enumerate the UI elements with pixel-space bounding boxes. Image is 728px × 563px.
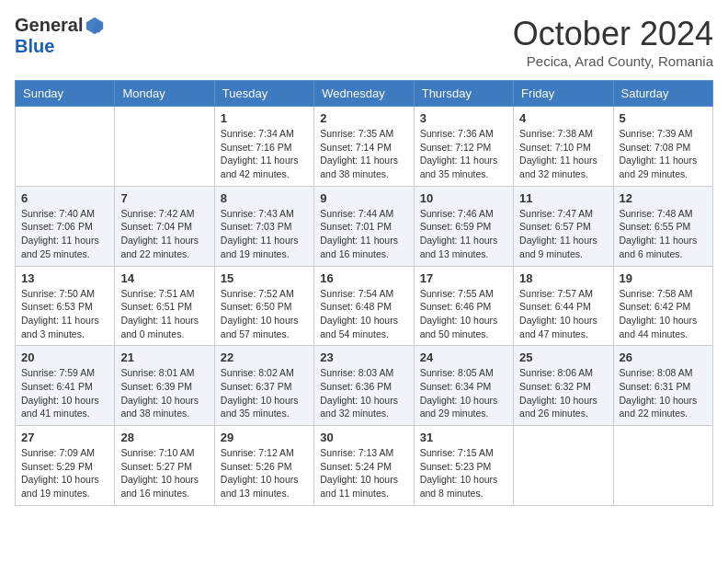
day-number: 8 [221,191,308,205]
day-number: 4 [519,111,607,125]
calendar-week-4: 20Sunrise: 7:59 AMSunset: 6:41 PMDayligh… [16,346,713,426]
day-info: Sunrise: 8:08 AMSunset: 6:31 PMDaylight:… [620,366,707,420]
calendar-cell: 3Sunrise: 7:36 AMSunset: 7:12 PMDaylight… [414,107,513,187]
calendar-cell: 17Sunrise: 7:55 AMSunset: 6:46 PMDayligh… [414,266,513,346]
day-info: Sunrise: 7:36 AMSunset: 7:12 PMDaylight:… [420,127,507,181]
calendar-cell: 30Sunrise: 7:13 AMSunset: 5:24 PMDayligh… [314,426,414,506]
day-number: 20 [21,350,108,364]
day-info: Sunrise: 7:39 AMSunset: 7:08 PMDaylight:… [620,127,707,181]
calendar-week-5: 27Sunrise: 7:09 AMSunset: 5:29 PMDayligh… [16,426,713,506]
day-number: 7 [120,191,208,205]
calendar-cell: 7Sunrise: 7:42 AMSunset: 7:04 PMDaylight… [115,186,214,266]
day-info: Sunrise: 7:44 AMSunset: 7:01 PMDaylight:… [320,207,407,261]
day-number: 11 [519,191,607,205]
day-info: Sunrise: 8:05 AMSunset: 6:34 PMDaylight:… [420,366,507,420]
day-info: Sunrise: 7:57 AMSunset: 6:44 PMDaylight:… [519,287,607,341]
logo-blue: Blue [15,36,54,57]
day-info: Sunrise: 7:38 AMSunset: 7:10 PMDaylight:… [519,127,607,181]
day-info: Sunrise: 7:58 AMSunset: 6:42 PMDaylight:… [620,287,707,341]
calendar-cell: 25Sunrise: 8:06 AMSunset: 6:32 PMDayligh… [514,346,613,426]
calendar-cell: 23Sunrise: 8:03 AMSunset: 6:36 PMDayligh… [314,346,414,426]
day-header-tuesday: Tuesday [214,81,313,107]
calendar-header: SundayMondayTuesdayWednesdayThursdayFrid… [16,81,713,107]
day-header-thursday: Thursday [414,81,513,107]
day-number: 24 [420,350,507,364]
month-title: October 2024 [513,15,713,53]
day-number: 13 [21,271,108,285]
day-number: 3 [420,111,507,125]
day-info: Sunrise: 7:52 AMSunset: 6:50 PMDaylight:… [221,287,308,341]
day-header-wednesday: Wednesday [314,81,414,107]
day-number: 31 [420,431,507,444]
day-info: Sunrise: 7:40 AMSunset: 7:06 PMDaylight:… [21,207,108,261]
day-info: Sunrise: 7:34 AMSunset: 7:16 PMDaylight:… [221,127,308,181]
day-number: 17 [420,271,507,285]
day-number: 5 [620,111,707,125]
day-info: Sunrise: 7:51 AMSunset: 6:51 PMDaylight:… [120,287,208,341]
day-number: 22 [221,350,308,364]
calendar-cell: 13Sunrise: 7:50 AMSunset: 6:53 PMDayligh… [16,266,115,346]
calendar-cell: 15Sunrise: 7:52 AMSunset: 6:50 PMDayligh… [214,266,313,346]
calendar-cell: 28Sunrise: 7:10 AMSunset: 5:27 PMDayligh… [115,426,214,506]
day-number: 9 [320,191,407,205]
day-number: 23 [320,350,407,364]
day-number: 28 [120,431,208,444]
day-info: Sunrise: 7:46 AMSunset: 6:59 PMDaylight:… [420,207,507,261]
calendar-cell: 9Sunrise: 7:44 AMSunset: 7:01 PMDaylight… [314,186,414,266]
day-info: Sunrise: 8:03 AMSunset: 6:36 PMDaylight:… [320,366,407,420]
day-info: Sunrise: 7:50 AMSunset: 6:53 PMDaylight:… [21,287,108,341]
calendar-cell: 31Sunrise: 7:15 AMSunset: 5:23 PMDayligh… [414,426,513,506]
calendar-week-3: 13Sunrise: 7:50 AMSunset: 6:53 PMDayligh… [16,266,713,346]
day-number: 2 [320,111,407,125]
title-section: October 2024 Pecica, Arad County, Romani… [513,15,713,69]
day-number: 16 [320,271,407,285]
day-info: Sunrise: 7:48 AMSunset: 6:55 PMDaylight:… [620,207,707,261]
day-info: Sunrise: 7:13 AMSunset: 5:24 PMDaylight:… [320,446,407,500]
calendar-cell: 11Sunrise: 7:47 AMSunset: 6:57 PMDayligh… [514,186,613,266]
day-info: Sunrise: 7:47 AMSunset: 6:57 PMDaylight:… [519,207,607,261]
day-info: Sunrise: 7:12 AMSunset: 5:26 PMDaylight:… [221,446,308,500]
calendar-cell [16,107,115,187]
calendar-cell: 10Sunrise: 7:46 AMSunset: 6:59 PMDayligh… [414,186,513,266]
calendar-cell: 18Sunrise: 7:57 AMSunset: 6:44 PMDayligh… [514,266,613,346]
day-info: Sunrise: 7:09 AMSunset: 5:29 PMDaylight:… [21,446,108,500]
day-number: 26 [620,350,707,364]
calendar-cell: 26Sunrise: 8:08 AMSunset: 6:31 PMDayligh… [613,346,712,426]
calendar-cell: 27Sunrise: 7:09 AMSunset: 5:29 PMDayligh… [16,426,115,506]
day-info: Sunrise: 7:59 AMSunset: 6:41 PMDaylight:… [21,366,108,420]
day-number: 6 [21,191,108,205]
calendar-cell: 14Sunrise: 7:51 AMSunset: 6:51 PMDayligh… [115,266,214,346]
calendar-cell: 8Sunrise: 7:43 AMSunset: 7:03 PMDaylight… [214,186,313,266]
day-number: 18 [519,271,607,285]
logo: General Blue [15,15,105,57]
calendar-cell: 2Sunrise: 7:35 AMSunset: 7:14 PMDaylight… [314,107,414,187]
day-number: 21 [120,350,208,364]
location-subtitle: Pecica, Arad County, Romania [513,53,713,69]
calendar-cell [115,107,214,187]
calendar-cell: 22Sunrise: 8:02 AMSunset: 6:37 PMDayligh… [214,346,313,426]
calendar-cell [514,426,613,506]
calendar-cell: 21Sunrise: 8:01 AMSunset: 6:39 PMDayligh… [115,346,214,426]
day-number: 30 [320,431,407,444]
calendar-cell: 5Sunrise: 7:39 AMSunset: 7:08 PMDaylight… [613,107,712,187]
calendar-week-2: 6Sunrise: 7:40 AMSunset: 7:06 PMDaylight… [16,186,713,266]
day-header-monday: Monday [115,81,214,107]
calendar-cell: 12Sunrise: 7:48 AMSunset: 6:55 PMDayligh… [613,186,712,266]
day-number: 12 [620,191,707,205]
day-info: Sunrise: 7:35 AMSunset: 7:14 PMDaylight:… [320,127,407,181]
day-number: 15 [221,271,308,285]
day-info: Sunrise: 8:01 AMSunset: 6:39 PMDaylight:… [120,366,208,420]
day-info: Sunrise: 7:43 AMSunset: 7:03 PMDaylight:… [221,207,308,261]
calendar-cell: 24Sunrise: 8:05 AMSunset: 6:34 PMDayligh… [414,346,513,426]
day-info: Sunrise: 7:10 AMSunset: 5:27 PMDaylight:… [120,446,208,500]
day-info: Sunrise: 8:02 AMSunset: 6:37 PMDaylight:… [221,366,308,420]
day-header-saturday: Saturday [613,81,712,107]
calendar-cell: 1Sunrise: 7:34 AMSunset: 7:16 PMDaylight… [214,107,313,187]
calendar-cell: 4Sunrise: 7:38 AMSunset: 7:10 PMDaylight… [514,107,613,187]
day-header-friday: Friday [514,81,613,107]
day-info: Sunrise: 7:15 AMSunset: 5:23 PMDaylight:… [420,446,507,500]
calendar-week-1: 1Sunrise: 7:34 AMSunset: 7:16 PMDaylight… [16,107,713,187]
calendar-cell: 19Sunrise: 7:58 AMSunset: 6:42 PMDayligh… [613,266,712,346]
logo-general: General [15,15,83,36]
day-number: 25 [519,350,607,364]
